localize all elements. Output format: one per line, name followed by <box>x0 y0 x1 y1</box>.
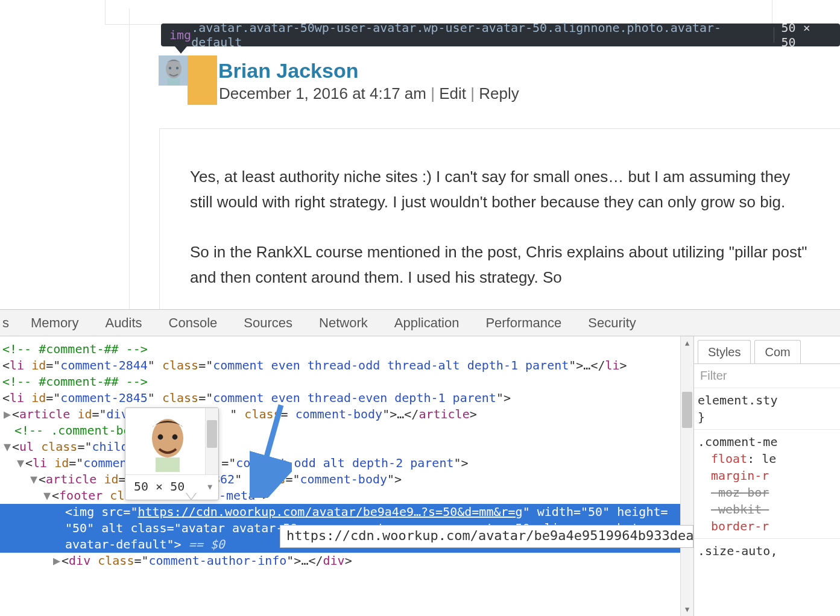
comment-edit-link[interactable]: Edit <box>439 84 466 102</box>
tooltip-arrow-icon <box>175 46 187 54</box>
comment-meta: December 1, 2016 at 4:17 am | Edit | Rep… <box>219 84 519 103</box>
meta-separator: | <box>466 84 479 102</box>
comment-date-link[interactable]: December 1, 2016 at 4:17 am <box>219 84 426 102</box>
tooltip-tag: img <box>169 28 191 42</box>
comment-paragraph: Yes, at least authority niche sites :) I… <box>190 164 810 215</box>
inspector-highlight-overlay <box>159 55 189 86</box>
comment-reply-link[interactable]: Reply <box>479 84 519 102</box>
tooltip-divider <box>774 27 774 43</box>
element-inspector-tooltip: img.avatar.avatar-50wp-user-avatar.wp-us… <box>161 24 840 46</box>
comment-body: Yes, at least authority niche sites :) I… <box>159 128 840 309</box>
tooltip-dimensions: 50 × 50 <box>782 20 832 49</box>
meta-separator: | <box>426 84 439 102</box>
tooltip-classes: .avatar.avatar-50wp-user-avatar.wp-user-… <box>191 20 766 49</box>
comment-author-link[interactable]: Brian Jackson <box>218 59 358 83</box>
comment-paragraph: So in the RankXL course mentioned in the… <box>190 239 810 291</box>
inspector-margin-overlay <box>188 55 217 105</box>
thread-indent-line <box>129 8 130 309</box>
page-content: img.avatar.avatar-50wp-user-avatar.wp-us… <box>0 0 840 309</box>
comment-avatar[interactable] <box>159 55 189 86</box>
